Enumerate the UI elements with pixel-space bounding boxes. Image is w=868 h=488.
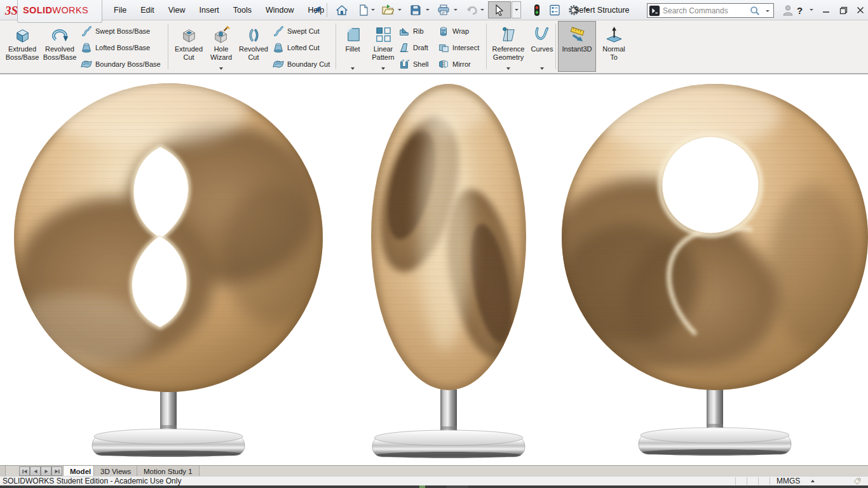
ribbon-separator — [486, 24, 487, 69]
select-tool-button[interactable] — [488, 1, 511, 18]
ribbon-button-wrap[interactable]: Wrap — [438, 24, 469, 39]
ribbon-button-instant3d[interactable]: Instant3D — [558, 21, 596, 72]
menu-help[interactable]: Help — [301, 0, 332, 20]
button-label: Wrap — [452, 27, 469, 35]
ribbon-button-normal-to[interactable]: NormalTo — [597, 22, 630, 72]
ribbon-button-boundary-cut[interactable]: Boundary Cut — [273, 57, 330, 72]
document-title: Sefert Structure — [574, 0, 630, 20]
print-icon[interactable] — [437, 4, 450, 17]
ribbon-button-hole-wizard[interactable]: HoleWizard — [205, 22, 237, 72]
ribbon-button-lofted-cut[interactable]: Lofted Cut — [273, 40, 320, 55]
menu-view[interactable]: View — [161, 0, 193, 20]
button-label: Swept Cut — [287, 27, 320, 35]
normal-to-icon — [604, 25, 624, 44]
title-bar: 3S SOLIDWORKS File Edit View Insert Tool… — [0, 0, 868, 20]
open-icon[interactable] — [381, 4, 394, 17]
help-dropdown-caret[interactable] — [810, 9, 813, 11]
save-dropdown-caret[interactable] — [426, 9, 430, 11]
tab-nav-first-button[interactable] — [19, 466, 30, 476]
unit-system-caret[interactable] — [811, 480, 815, 482]
tab-nav-last-button[interactable] — [51, 466, 62, 476]
ribbon-button-swept-boss-base[interactable]: Swept Boss/Base — [81, 24, 150, 39]
taskbar-edge-strip — [0, 485, 868, 488]
options-list-icon[interactable] — [548, 4, 561, 17]
button-label: Rib — [413, 27, 424, 35]
search-input[interactable] — [663, 4, 745, 17]
ribbon-button-intersect[interactable]: Intersect — [438, 40, 479, 55]
fillet-dropdown-caret[interactable] — [351, 67, 355, 70]
save-icon[interactable] — [409, 4, 422, 17]
hole-wizard-dropdown-caret[interactable] — [219, 67, 223, 70]
label-line: Extruded — [175, 45, 203, 53]
ribbon-button-revolved-boss-base[interactable]: RevolvedBoss/Base — [41, 22, 79, 72]
menu-tools[interactable]: Tools — [226, 0, 259, 20]
print-dropdown-caret[interactable] — [454, 9, 458, 11]
button-label: Swept Boss/Base — [95, 27, 150, 35]
search-prompt-icon — [649, 5, 660, 17]
minimize-button[interactable] — [820, 4, 832, 16]
ribbon-button-shell[interactable]: Shell — [398, 57, 428, 72]
linear-pattern-dropdown-caret[interactable] — [381, 67, 385, 70]
status-separator — [747, 477, 747, 485]
ribbon-button-lofted-boss-base[interactable]: Lofted Boss/Base — [81, 40, 150, 55]
ribbon-button-extruded-cut[interactable]: ExtrudedCut — [171, 22, 207, 72]
label-line: To — [602, 53, 625, 62]
close-button[interactable] — [854, 4, 867, 16]
reference-geometry-icon — [499, 25, 519, 44]
ribbon-button-mirror[interactable]: Mirror — [438, 57, 471, 72]
tab-nav-next-button[interactable] — [41, 466, 51, 476]
tab-motion-study-1[interactable]: Motion Study 1 — [137, 466, 200, 477]
menu-edit[interactable]: Edit — [133, 0, 161, 20]
draft-icon — [398, 42, 410, 53]
curves-dropdown-caret[interactable] — [540, 67, 544, 70]
ribbon-button-curves[interactable]: Curves — [528, 22, 556, 72]
open-dropdown-caret[interactable] — [398, 9, 402, 11]
tag-icon[interactable] — [853, 477, 862, 485]
home-icon[interactable] — [336, 4, 348, 17]
tab-nav-prev-button[interactable] — [30, 466, 41, 476]
menu-window[interactable]: Window — [259, 0, 301, 20]
ribbon-button-rib[interactable]: Rib — [398, 24, 424, 39]
unit-system-selector[interactable]: MMGS — [776, 477, 800, 485]
boundary-boss-icon — [81, 58, 92, 70]
hole-wizard-icon — [212, 25, 231, 44]
tab-model[interactable]: Model — [63, 466, 98, 477]
search-icon[interactable] — [749, 5, 761, 17]
reference-geometry-dropdown-caret[interactable] — [506, 67, 510, 70]
ribbon-button-revolved-cut[interactable]: RevolvedCut — [236, 22, 271, 72]
ribbon-button-draft[interactable]: Draft — [398, 40, 428, 55]
new-document-icon[interactable] — [357, 4, 370, 17]
ribbon-button-linear-pattern[interactable]: LinearPattern — [367, 22, 400, 72]
wordmark-light: WORKS — [52, 5, 88, 15]
svg-text:3S: 3S — [4, 4, 18, 17]
graphics-area[interactable] — [0, 74, 868, 465]
instant3d-icon — [567, 25, 587, 44]
tab-3d-views[interactable]: 3D Views — [93, 466, 138, 477]
render-side-view — [366, 84, 530, 458]
menu-insert[interactable]: Insert — [193, 0, 226, 20]
select-tool-dropdown[interactable] — [512, 1, 521, 18]
ribbon-button-fillet[interactable]: Fillet — [337, 22, 368, 72]
new-dropdown-caret[interactable] — [371, 9, 375, 11]
nav-first-icon — [22, 468, 28, 475]
user-icon[interactable] — [782, 4, 794, 17]
menu-file[interactable]: File — [107, 0, 133, 20]
traffic-light-icon[interactable] — [531, 4, 543, 17]
wordmark-bold: SOLID — [23, 5, 52, 15]
restore-button[interactable] — [837, 4, 850, 16]
label-line: Boss/Base — [6, 53, 39, 62]
tab-splitter-handle[interactable] — [0, 466, 6, 477]
label-line: Cut — [239, 53, 268, 62]
button-label: Shell — [413, 60, 428, 68]
status-bar: SOLIDWORKS Student Edition - Academic Us… — [0, 476, 868, 485]
ribbon-button-swept-cut[interactable]: Swept Cut — [273, 24, 320, 39]
ribbon-button-reference-geometry[interactable]: ReferenceGeometry — [489, 22, 528, 72]
ribbon-button-extruded-boss-base[interactable]: ExtrudedBoss/Base — [4, 22, 41, 72]
ribbon-separator — [555, 24, 556, 69]
ribbon-button-boundary-boss-base[interactable]: Boundary Boss/Base — [81, 57, 161, 72]
search-dropdown-caret[interactable] — [766, 10, 770, 12]
help-button[interactable]: ? — [797, 0, 803, 20]
close-icon — [857, 6, 864, 14]
curves-icon — [532, 25, 552, 44]
label-line: Revolved — [43, 45, 77, 53]
